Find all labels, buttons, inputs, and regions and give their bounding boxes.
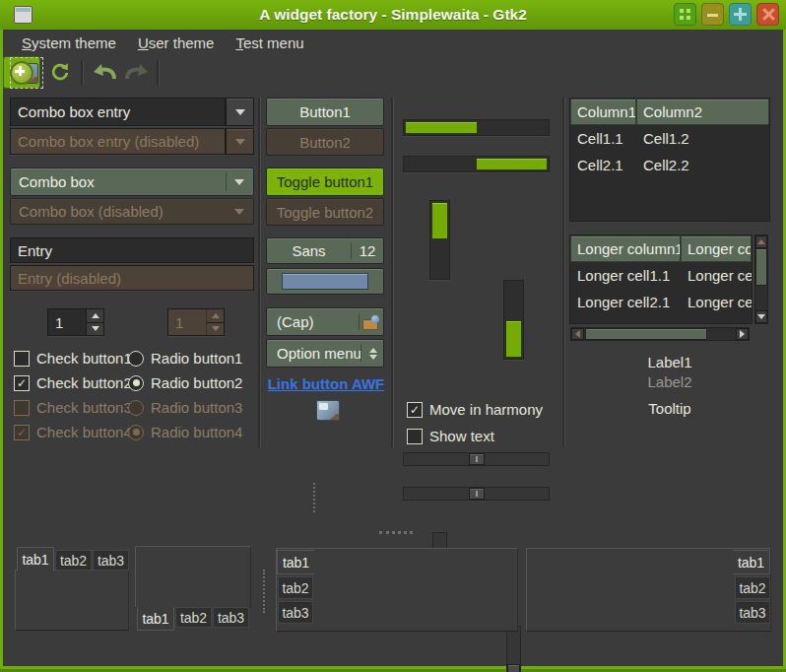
cap-separator — [359, 313, 360, 330]
slider-handle[interactable] — [507, 664, 520, 672]
label1: Label1 — [569, 354, 770, 370]
tree-view-1[interactable]: Column1 Column2 Cell1.1 Cell1.2 Cell2.1 … — [569, 98, 770, 222]
notebook3-tab1[interactable]: tab1 — [277, 550, 314, 574]
spin-button[interactable]: 1 — [47, 308, 104, 336]
maximize-button[interactable] — [729, 3, 752, 26]
progress-fill — [431, 202, 448, 239]
table-cell: Cell2.1 — [570, 157, 636, 173]
spin-button-disabled: 1 — [167, 308, 225, 336]
arrow-up-icon — [757, 239, 765, 244]
color-button[interactable] — [266, 268, 384, 295]
column-header[interactable]: Longer column1 — [570, 235, 681, 262]
awf-app-icon — [316, 400, 340, 421]
slider-handle[interactable] — [469, 488, 485, 500]
notebook4-tab1[interactable]: tab1 — [733, 550, 770, 574]
scrollbar-thumb[interactable] — [585, 328, 707, 340]
column-header[interactable]: Column1 — [570, 99, 636, 125]
notebook4-tab3[interactable]: tab3 — [735, 601, 770, 624]
table-cell: Longer cell3.2 — [681, 320, 752, 324]
table-cell: Longer cell2.2 — [681, 294, 752, 310]
scroll-up-button[interactable] — [755, 235, 767, 248]
close-button[interactable] — [756, 3, 779, 26]
table-row[interactable]: Cell2.1 Cell2.2 — [570, 152, 769, 178]
radio-selected-icon — [128, 425, 144, 440]
font-button[interactable]: Sans 12 — [266, 237, 384, 264]
notebook2-tab2[interactable]: tab2 — [175, 607, 212, 628]
unmaximize-button[interactable] — [674, 3, 696, 26]
scroll-left-button[interactable] — [571, 328, 584, 340]
check-label: Move in harmony — [429, 401, 543, 418]
slider-handle[interactable] — [469, 453, 485, 465]
progress-fill — [476, 158, 549, 170]
tree-view-2[interactable]: Longer column1 Longer column2 Longer cel… — [569, 235, 753, 324]
entry[interactable]: Entry — [10, 237, 254, 263]
spin-up-button[interactable] — [87, 309, 103, 322]
tooltip-label: Tooltip — [569, 400, 770, 417]
titlebar[interactable]: A widget factory - Simplewaita - Gtk2 — [0, 0, 786, 30]
progress-bar-horizontal-1 — [403, 119, 550, 136]
scroll-right-button[interactable] — [736, 328, 749, 340]
redo-icon — [124, 61, 150, 83]
scale-horizontal-1[interactable] — [403, 452, 550, 466]
minimize-button[interactable] — [701, 3, 724, 26]
scroll-down-button[interactable] — [755, 310, 767, 323]
column-header[interactable]: Longer column2 — [681, 235, 752, 262]
notebook1-tab3[interactable]: tab3 — [93, 550, 129, 571]
chevron-down-icon — [234, 179, 244, 185]
column-header[interactable]: Column2 — [636, 99, 769, 125]
move-in-harmony-check[interactable]: ✓ Move in harmony — [407, 401, 543, 418]
refresh-button[interactable] — [46, 58, 74, 86]
combo-box-entry-field[interactable]: Combo box entry — [10, 98, 226, 126]
up-down-arrows-icon — [369, 348, 377, 360]
check-label: Check button3 — [36, 399, 132, 416]
table-row[interactable]: Longer cell1.1 Longer cell1.2 — [570, 262, 752, 289]
button1[interactable]: Button1 — [266, 98, 384, 126]
arrow-up-icon — [92, 313, 99, 318]
table-cell: Cell1.2 — [636, 130, 769, 147]
checkbox-checked-icon: ✓ — [407, 402, 423, 418]
menu-system-theme[interactable]: System theme — [12, 31, 126, 55]
chevron-down-icon — [234, 209, 244, 215]
toggle-button1[interactable]: Toggle button1 — [266, 168, 384, 196]
combo-box-entry-dropdown[interactable] — [226, 98, 254, 126]
notebook2-tab3[interactable]: tab3 — [213, 607, 249, 628]
option-menu[interactable]: Option menu — [266, 339, 384, 368]
table-cell: Cell2.2 — [636, 157, 769, 173]
menu-test-menu[interactable]: Test menu — [226, 31, 313, 55]
notebook2-tab1[interactable]: tab1 — [137, 607, 174, 631]
combo-separator — [226, 172, 227, 191]
table-row[interactable]: Longer cell2.1 Longer cell2.2 — [570, 289, 752, 315]
entry-disabled: Entry (disabled) — [10, 265, 254, 291]
scrollbar-thumb[interactable] — [755, 248, 767, 286]
horizontal-scrollbar[interactable] — [570, 327, 750, 341]
redo-button[interactable] — [122, 58, 152, 86]
notebook1-tab1[interactable]: tab1 — [17, 547, 54, 571]
progress-bar-vertical-1 — [429, 200, 450, 280]
notebook3-tab2[interactable]: tab2 — [278, 576, 313, 599]
chevron-down-icon — [235, 109, 245, 115]
vertical-scrollbar[interactable] — [754, 235, 768, 324]
check-label: Show text — [429, 428, 494, 444]
check-button-2[interactable]: ✓ Check button2 — [14, 374, 132, 391]
scale-vertical-2[interactable] — [506, 626, 521, 672]
notebook3-tab3[interactable]: tab3 — [278, 601, 313, 624]
scale-horizontal-2[interactable] — [403, 487, 550, 501]
notebook4-tab2[interactable]: tab2 — [735, 576, 770, 599]
column-separator — [391, 98, 394, 448]
show-text-check[interactable]: Show text — [407, 428, 494, 444]
menu-user-theme[interactable]: User theme — [128, 31, 225, 55]
table-row[interactable]: Longer cell3.1 Longer cell3.2 — [570, 315, 752, 324]
arrow-down-icon — [212, 326, 220, 331]
radio-button-2[interactable]: Radio button2 — [128, 374, 242, 391]
spin-down-button[interactable] — [87, 322, 103, 336]
progress-fill — [505, 320, 522, 358]
undo-button[interactable] — [90, 58, 119, 86]
cap-button[interactable]: (Cap) — [266, 307, 384, 336]
notebook1-tab2[interactable]: tab2 — [55, 550, 92, 571]
link-button[interactable]: Link button AWF — [266, 375, 386, 392]
combo-box[interactable]: Combo box — [10, 168, 254, 196]
radio-button-1[interactable]: Radio button1 — [128, 350, 242, 367]
color-swatch — [282, 273, 368, 290]
table-row[interactable]: Cell1.1 Cell1.2 — [570, 125, 769, 152]
check-button-1[interactable]: Check button1 — [14, 350, 132, 367]
